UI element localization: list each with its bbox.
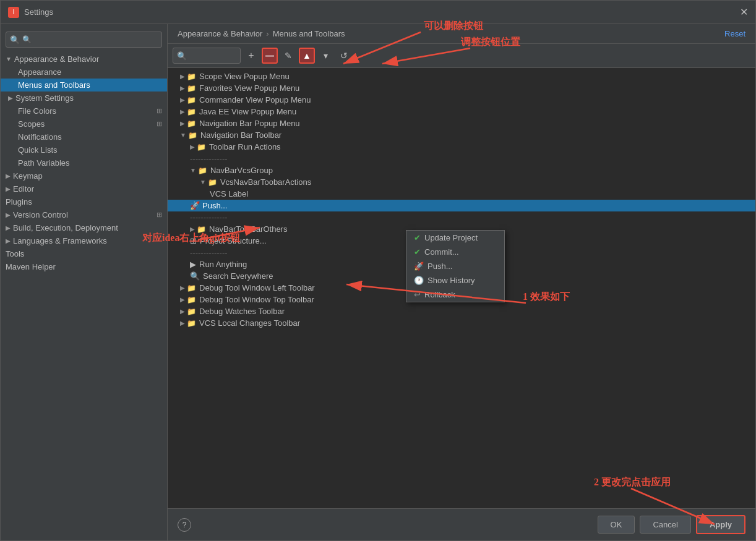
add-button[interactable]: + [243, 48, 259, 64]
tree-item-commander-view[interactable]: ▶ 📁 Commander View Popup Menu [168, 94, 755, 106]
tree-item-push-selected[interactable]: 🚀 Push... [168, 200, 755, 211]
sidebar-search-container[interactable]: 🔍 [6, 32, 162, 48]
tree-item-vcsnavbartoobar[interactable]: ▼ 📁 VcsNavBarToobarActions [168, 176, 755, 188]
sidebar-item-maven-helper[interactable]: Maven Helper [1, 260, 167, 273]
breadcrumb-parent: Appearance & Behavior [178, 29, 262, 38]
tree-item-label: Debug Tool Window Top Toolbar [199, 295, 314, 304]
tree-item-navbarvcsgroup[interactable]: ▼ 📁 NavBarVcsGroup [168, 164, 755, 176]
help-button[interactable]: ? [178, 518, 191, 532]
folder-icon: 📁 [187, 296, 196, 304]
toolbar: 🔍 + — ✎ ▲ ▾ ↺ [168, 44, 755, 68]
sidebar-item-path-variables[interactable]: Path Variables [1, 156, 167, 169]
sidebar-item-appearance[interactable]: Appearance [1, 66, 167, 79]
sidebar-item-quick-lists[interactable]: Quick Lists [1, 143, 167, 156]
expand-icon: ▶ [180, 284, 185, 291]
version-control-icon: ⊞ [157, 211, 162, 219]
file-colors-icon: ⊞ [157, 107, 162, 115]
folder-icon: 📁 [187, 84, 196, 93]
popup-item-rollback[interactable]: ↩ Rollback [406, 288, 504, 302]
breadcrumb-current: Menus and Toolbars [273, 29, 345, 38]
expand-icon: ▼ [6, 56, 12, 62]
sidebar-item-plugins[interactable]: Plugins [1, 195, 167, 208]
sidebar-item-scopes[interactable]: Scopes ⊞ [1, 117, 167, 130]
sidebar-item-menus-toolbars[interactable]: Menus and Toolbars [1, 79, 167, 92]
push-icon: 🚀 [190, 201, 200, 210]
cancel-button[interactable]: Cancel [640, 516, 690, 534]
apply-button[interactable]: Apply [696, 515, 745, 534]
expand-icon: ▶ [180, 85, 185, 92]
folder-icon: 📁 [198, 166, 207, 175]
close-button[interactable]: ✕ [740, 6, 748, 18]
expand-icon: ▼ [190, 167, 196, 174]
expand-icon: ▶ [180, 96, 185, 103]
tree-item-nav-bar-toolbar[interactable]: ▼ 📁 Navigation Bar Toolbar [168, 129, 755, 141]
tree-container: ▶ 📁 Scope View Popup Menu ▶ 📁 Favorites … [168, 68, 755, 508]
search-icon: 🔍 [10, 35, 20, 45]
tree-item-label: VCS Label [210, 189, 248, 198]
tree-item-label: Run Anything [199, 260, 247, 269]
folder-icon: 📁 [187, 307, 196, 316]
remove-button[interactable]: — [262, 48, 278, 64]
sidebar-item-file-colors[interactable]: File Colors ⊞ [1, 104, 167, 117]
tree-item-debug-watches[interactable]: ▶ 📁 Debug Watches Toolbar [168, 305, 755, 317]
reset-button[interactable]: Reset [724, 29, 745, 38]
toolbar-search-container[interactable]: 🔍 [173, 48, 241, 64]
expand-icon: ▶ [190, 226, 195, 232]
tree-item-label: Java EE View Popup Menu [199, 107, 296, 116]
toolbar-search-input[interactable] [187, 51, 236, 60]
sidebar-item-label: Build, Execution, Deployment [13, 223, 118, 232]
folder-icon: 📁 [187, 284, 196, 292]
sidebar-search-input[interactable] [22, 35, 158, 44]
sidebar-item-appearance-behavior[interactable]: ▼ Appearance & Behavior [1, 53, 167, 66]
breadcrumb-separator: › [266, 29, 268, 38]
expand-icon: ▶ [6, 224, 11, 231]
breadcrumb-bar: Appearance & Behavior › Menus and Toolba… [168, 24, 755, 44]
tree-item-label: Navigation Bar Popup Menu [199, 119, 300, 128]
tree-item-label: Debug Tool Window Left Toolbar [199, 283, 315, 292]
popup-item-label: Commit... [424, 247, 459, 257]
tree-item-toolbar-run-actions[interactable]: ▶ 📁 Toolbar Run Actions [168, 141, 755, 153]
ok-button[interactable]: OK [598, 516, 635, 534]
move-up-button[interactable]: ▲ [299, 48, 315, 64]
sidebar-item-languages-frameworks[interactable]: ▶ Languages & Frameworks [1, 234, 167, 247]
sidebar-item-label: Keymap [13, 171, 43, 181]
scopes-icon: ⊞ [157, 120, 162, 128]
sidebar-item-tools[interactable]: Tools [1, 247, 167, 260]
tree-item-label: Push... [202, 201, 227, 210]
tree-item-nav-bar-popup[interactable]: ▶ 📁 Navigation Bar Popup Menu [168, 117, 755, 129]
main-content: 🔍 ▼ Appearance & Behavior Appearance Men… [1, 24, 755, 540]
expand-icon: ▶ [190, 143, 195, 150]
sidebar-item-build-execution[interactable]: ▶ Build, Execution, Deployment [1, 221, 167, 234]
popup-item-show-history[interactable]: 🕐 Show History [406, 273, 504, 288]
sidebar: 🔍 ▼ Appearance & Behavior Appearance Men… [1, 24, 168, 540]
reset-tree-button[interactable]: ↺ [336, 48, 352, 64]
vcs-popup-menu: ✔ Update Project ✔ Commit... 🚀 Push... 🕐… [406, 230, 505, 302]
tree-item-java-ee-view[interactable]: ▶ 📁 Java EE View Popup Menu [168, 106, 755, 117]
popup-item-update-project[interactable]: ✔ Update Project [406, 231, 504, 245]
tree-item-vcs-label[interactable]: VCS Label [168, 188, 755, 200]
tree-item-scope-view[interactable]: ▶ 📁 Scope View Popup Menu [168, 70, 755, 82]
popup-item-push[interactable]: 🚀 Push... [406, 259, 504, 273]
expand-icon: ▶ [6, 173, 11, 179]
sidebar-item-editor[interactable]: ▶ Editor [1, 182, 167, 195]
sidebar-item-label: Tools [6, 249, 24, 258]
tree-item-favorites-view[interactable]: ▶ 📁 Favorites View Popup Menu [168, 82, 755, 94]
folder-icon: 📁 [197, 143, 206, 151]
sidebar-item-system-settings[interactable]: ▶ System Settings [1, 92, 167, 104]
bottom-bar: ? OK Cancel Apply [168, 508, 755, 540]
sidebar-item-label: System Settings [15, 93, 74, 103]
more-button[interactable]: ▾ [317, 48, 333, 64]
sidebar-item-label: Notifications [18, 132, 62, 142]
sidebar-item-keymap[interactable]: ▶ Keymap [1, 169, 167, 182]
tree-item-label: Toolbar Run Actions [209, 142, 281, 151]
sidebar-item-label: Path Variables [18, 158, 70, 168]
popup-item-label: Update Project [424, 233, 478, 242]
sidebar-item-notifications[interactable]: Notifications [1, 130, 167, 143]
sidebar-item-version-control[interactable]: ▶ Version Control ⊞ [1, 208, 167, 221]
edit-button[interactable]: ✎ [280, 48, 296, 64]
popup-item-commit[interactable]: ✔ Commit... [406, 245, 504, 259]
main-panel: Appearance & Behavior › Menus and Toolba… [168, 24, 755, 540]
check-icon: ✔ [414, 247, 421, 257]
folder-icon: 📁 [187, 72, 196, 81]
tree-item-vcs-local-changes[interactable]: ▶ 📁 VCS Local Changes Toolbar [168, 317, 755, 329]
